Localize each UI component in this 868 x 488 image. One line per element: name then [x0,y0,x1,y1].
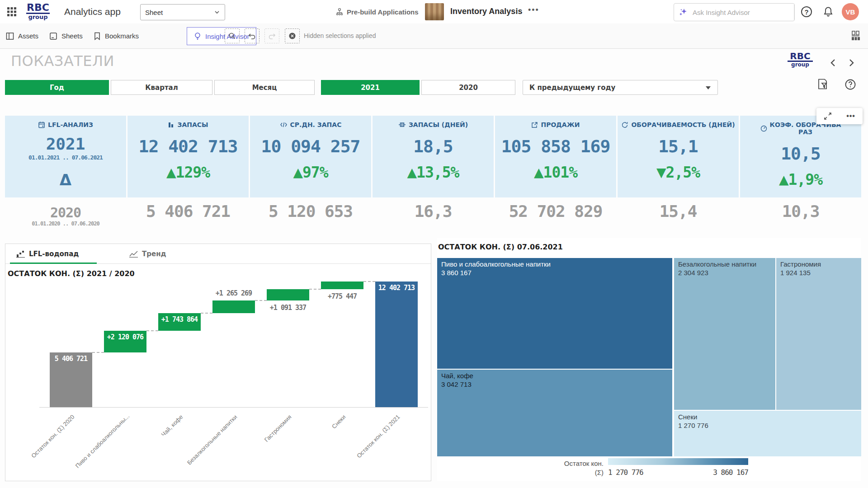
analytics-dashboard: RBC group Analytics app Sheet Pre-build … [0,0,868,488]
rbc-group-logo-sheet: RBC group [788,52,813,67]
assets-panel-icon [5,32,14,41]
app-menu-icon[interactable] [6,6,17,17]
treemap-chart: Пиво и слабоалкогольные напитки3 860 167… [437,258,861,456]
waterfall-bar-label: +1 265 269 [203,289,264,297]
kpi-card[interactable]: ПРОДАЖИ105 858 169▲101%52 702 829 [495,116,616,230]
waterfall-bar-Безалкогольные напитки[interactable] [212,300,255,313]
waterfall-connector [363,281,375,282]
step-back-button[interactable] [245,28,259,43]
bar-chart-icon [168,122,175,128]
kpi-card[interactable]: КОЭФ. ОБОРАЧИВАРАЗ10,5▲1,9%10,3 [740,116,861,230]
object-more-menu[interactable]: ••• [846,112,855,120]
expand-icon[interactable] [824,112,832,120]
kpi-value: 18,5 [373,136,494,156]
redo-arrow-icon [268,32,276,40]
assets-button[interactable]: Assets [5,23,38,48]
treemap-cell-value: 3 860 167 [441,269,668,277]
insight-advisor-search[interactable] [674,3,795,21]
waterfall-bar-Гастрономия[interactable] [267,289,309,300]
step-forward-button[interactable] [264,28,279,43]
treemap-cell-Безалкогольные напитки[interactable]: Безалкогольные напитки2 304 923 [674,258,775,410]
header-divider [794,4,794,20]
treemap-cell-name: Гастрономия [780,260,857,269]
comparison-dropdown[interactable]: К предыдущему году [523,80,718,95]
help-icon-sheet[interactable] [844,79,856,90]
search-input[interactable] [692,8,775,17]
waterfall-bar-Снеки[interactable] [321,282,363,289]
rbc-group-logo: RBC group [26,3,50,20]
waterfall-bar-label: +775 447 [312,292,373,300]
up-triangle-icon: ▲ [779,172,788,187]
kpi-delta: ▼2,5% [618,164,739,181]
user-avatar[interactable]: VB [842,3,859,20]
waterfall-bar-label: 5 406 721 [41,355,101,363]
waterfall-bar-label: +1 743 864 [149,315,210,324]
down-triangle-icon: ▼ [656,165,666,180]
kpi-value: 10,5 [740,144,861,164]
prebuild-applications-link[interactable]: Pre-build Applications [335,8,419,16]
kpi-card-lfl[interactable]: LFL-АНАЛИЗ 2021 01.01.2021 .. 07.06.2021… [5,116,126,230]
smart-search-button[interactable] [225,28,240,43]
kpi-previous-value: 52 702 829 [495,197,616,230]
sheet-layout-icon[interactable] [850,30,862,41]
kpi-previous-value: 5 120 653 [250,197,371,230]
waterfall-bar-label: 12 402 713 [366,284,427,292]
waterfall-bar-Остаток кон. (Σ) 2021[interactable] [375,282,418,407]
export-icon [531,122,538,128]
prev-sheet-chevron[interactable] [828,58,838,68]
treemap-cell-Гастрономия[interactable]: Гастрономия1 924 135 [776,258,861,410]
period-filter-group: ГодКварталМесяц [5,80,315,95]
treemap-cell-name: Пиво и слабоалкогольные напитки [441,260,668,269]
next-sheet-chevron[interactable] [846,58,856,68]
filter-button-2021[interactable]: 2021 [321,80,420,95]
bookmarks-button[interactable]: Bookmarks [93,23,139,48]
kpi-previous-value: 16,3 [373,197,494,230]
kpi-previous-value: 5 406 721 [127,197,249,230]
kpi-card[interactable]: СР.ДН. ЗАПАС10 094 257▲97%5 120 653 [250,116,371,230]
chevron-down-icon [214,9,220,15]
gauge-icon [760,125,767,132]
clear-circle-icon [288,32,296,40]
treemap-cell-Снеки[interactable]: Снеки1 270 776 [674,411,861,456]
kpi-card[interactable]: ЗАПАСЫ12 402 713▲129%5 406 721 [127,116,249,230]
kpi-delta: ▲1,9% [740,171,861,188]
kpi-previous-value: 10,3 [740,197,861,230]
x-axis-label: Гастрономия [237,413,293,469]
x-axis-label: Остаток кон. (Σ) 2021 [345,413,401,469]
treemap-cell-value: 1 270 776 [678,422,857,430]
filter-button-Квартал[interactable]: Квартал [111,80,212,95]
filter-button-2020[interactable]: 2020 [421,80,515,95]
current-app-name[interactable]: Inventory Analysis [450,7,522,16]
app-more-menu[interactable]: ••• [528,5,539,15]
clear-selections-button[interactable] [285,28,300,43]
app-thumbnail[interactable] [425,3,444,20]
kpi-card[interactable]: ЗАПАСЫ (ДНЕЙ)18,5▲13,5%16,3 [373,116,494,230]
sparkles-icon [679,8,688,17]
kpi-card[interactable]: ОБОРАЧИВАЕМОСТЬ (ДНЕЙ)15,1▼2,5%15,4 [618,116,739,230]
x-axis-label: Пиво и слабоалкогольны... [74,413,130,469]
lfl-prev-block: 2020 01.01.2020 .. 07.06.2020 [5,197,126,230]
x-axis-label: Остаток кон. (Σ) 2020 [20,413,76,469]
treemap-cell-value: 2 304 923 [678,269,771,277]
filter-button-Месяц[interactable]: Месяц [214,80,315,95]
treemap-cell-name: Чай, кофе [441,372,668,380]
kpi-delta: ▲13,5% [373,164,494,181]
treemap-panel: ОСТАТОК КОН. (Σ) 07.06.2021 Пиво и слабо… [437,238,861,481]
kpi-value: 12 402 713 [127,136,249,156]
kpi-value: 10 094 257 [250,136,371,156]
waterfall-bar-label: +2 120 076 [95,333,156,341]
filter-button-Год[interactable]: Год [5,80,109,95]
selections-tool-icon[interactable] [816,78,829,90]
kpi-row: LFL-АНАЛИЗ 2021 01.01.2021 .. 07.06.2021… [5,116,861,230]
treemap-cell-Пиво и слабоалкогольные напитки[interactable]: Пиво и слабоалкогольные напитки3 860 167 [437,258,672,369]
treemap-cell-name: Снеки [678,413,857,422]
legend-gradient-bar [608,458,748,465]
notifications-bell-icon[interactable] [823,6,834,18]
kpi-delta: ▲101% [495,164,616,181]
treemap-cell-Чай, кофе[interactable]: Чай, кофе3 042 713 [437,370,672,456]
treemap-cell-name: Безалкогольные напитки [678,260,771,269]
sheets-button[interactable]: Sheets [49,23,83,48]
sheet-selector[interactable]: Sheet [140,4,225,20]
treemap-title: ОСТАТОК КОН. (Σ) 07.06.2021 [438,243,563,251]
help-icon[interactable]: ? [801,6,812,17]
